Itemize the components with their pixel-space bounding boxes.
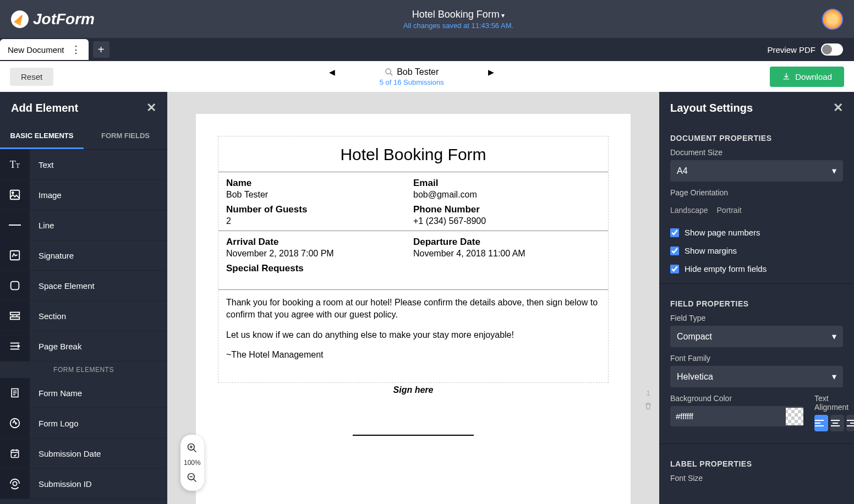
reset-button[interactable]: Reset — [10, 68, 53, 86]
signature-icon — [0, 240, 30, 270]
svg-point-3 — [12, 192, 14, 194]
show-page-numbers-checkbox[interactable] — [670, 228, 679, 237]
svg-rect-6 — [11, 282, 19, 290]
download-button[interactable]: Download — [770, 67, 844, 87]
font-family-select[interactable]: Helvetica▾ — [670, 366, 843, 387]
doc-title: Hotel Booking Form — [218, 143, 608, 172]
orientation-label: Page Orientation — [659, 188, 854, 200]
field-arrival-label: Arrival Date — [226, 237, 413, 249]
preview-pdf-label: Preview PDF — [767, 45, 815, 54]
title-area: Hotel Booking Form All changes saved at … — [403, 9, 513, 30]
section-icon — [0, 301, 30, 331]
align-right-button[interactable] — [846, 415, 855, 431]
element-image[interactable]: Image — [0, 180, 167, 210]
field-email-label: Email — [413, 178, 600, 190]
tab-menu-icon[interactable]: ⋮ — [71, 45, 81, 54]
search-icon — [385, 68, 393, 76]
element-section[interactable]: Section — [0, 301, 167, 331]
field-type-label: Field Type — [659, 314, 854, 326]
signature-line — [353, 435, 474, 436]
form-logo-icon — [0, 408, 30, 438]
message-p2: Let us know if we can do anything else t… — [226, 329, 600, 341]
svg-rect-7 — [10, 313, 20, 315]
bg-color-label: Background Color — [670, 394, 803, 406]
bg-color-swatch[interactable] — [786, 408, 803, 425]
next-submission-button[interactable]: ▶ — [488, 68, 494, 76]
delete-page-button[interactable] — [644, 402, 653, 410]
orientation-portrait[interactable]: Portrait — [717, 206, 742, 215]
element-text[interactable]: TTText — [0, 150, 167, 180]
field-props-header: FIELD PROPERTIES — [659, 289, 854, 314]
avatar[interactable] — [822, 9, 843, 30]
element-submission-id[interactable]: Submission ID — [0, 469, 167, 499]
image-icon — [0, 180, 30, 210]
chevron-down-icon: ▾ — [832, 371, 836, 382]
field-departure-value: November 4, 2018 11:00 AM — [413, 249, 600, 263]
tab-bar: New Document ⋮ + Preview PDF — [0, 38, 854, 61]
doc-size-select[interactable]: A4▾ — [670, 160, 843, 182]
element-submission-date[interactable]: Submission Date — [0, 439, 167, 469]
zoom-in-button[interactable] — [184, 440, 200, 456]
message-p1: Thank you for booking a room at our hote… — [226, 297, 600, 321]
svg-rect-8 — [10, 317, 20, 320]
show-margins-checkbox[interactable] — [670, 246, 679, 255]
right-panel-title: Layout Settings — [670, 102, 753, 114]
element-line[interactable]: Line — [0, 210, 167, 240]
submission-id-icon — [0, 469, 30, 498]
left-panel-title: Add Element — [11, 102, 78, 114]
left-panel: Add Element ✕ BASIC ELEMENTS FORM FIELDS… — [0, 92, 167, 504]
font-size-label: Font Size — [659, 474, 854, 486]
svg-line-23 — [194, 450, 196, 452]
element-space[interactable]: Space Element — [0, 271, 167, 301]
download-label: Download — [795, 72, 832, 81]
field-phone-label: Phone Number — [413, 204, 600, 216]
tab-basic-elements[interactable]: BASIC ELEMENTS — [0, 124, 84, 149]
field-arrival-value: November 2, 2018 7:00 PM — [226, 249, 413, 263]
line-icon — [0, 210, 30, 240]
add-tab-button[interactable]: + — [93, 41, 110, 58]
element-signature[interactable]: Signature — [0, 240, 167, 271]
save-status: All changes saved at 11:43:56 AM. — [403, 21, 513, 30]
svg-line-27 — [194, 479, 196, 482]
prev-submission-button[interactable]: ◀ — [329, 68, 335, 76]
right-panel: Layout Settings ✕ DOCUMENT PROPERTIES Do… — [659, 92, 854, 504]
zoom-out-button[interactable] — [184, 470, 200, 485]
field-type-select[interactable]: Compact▾ — [670, 326, 843, 347]
element-form-name[interactable]: Form Name — [0, 378, 167, 408]
message-p3: ~The Hotel Management — [226, 349, 600, 361]
document-page[interactable]: Hotel Booking Form Name Bob Tester Numbe… — [196, 114, 631, 504]
field-name-label: Name — [226, 178, 413, 190]
label-props-header: LABEL PROPERTIES — [659, 450, 854, 474]
logo[interactable]: JotForm — [11, 10, 95, 28]
page-break-icon — [0, 331, 30, 361]
submission-date-icon — [0, 439, 30, 468]
document-tab[interactable]: New Document ⋮ — [0, 39, 89, 60]
orientation-landscape[interactable]: Landscape — [670, 206, 708, 215]
field-departure-label: Departure Date — [413, 237, 600, 249]
toolbar: Reset ◀ Bob Tester ▶ 5 of 16 Submissions… — [0, 61, 854, 92]
tester-name: Bob Tester — [397, 67, 439, 77]
text-icon: TT — [0, 150, 30, 179]
submission-selector[interactable]: Bob Tester — [385, 67, 439, 77]
form-name-icon — [0, 378, 30, 408]
doc-props-header: DOCUMENT PROPERTIES — [659, 124, 854, 148]
preview-pdf-toggle[interactable] — [821, 43, 843, 56]
close-left-panel-button[interactable]: ✕ — [146, 101, 156, 115]
page-number: 1 — [644, 389, 653, 397]
form-title-dropdown[interactable]: Hotel Booking Form — [412, 9, 505, 20]
element-form-logo[interactable]: Form Logo — [0, 408, 167, 439]
element-page-break[interactable]: Page Break — [0, 331, 167, 361]
field-guests-label: Number of Guests — [226, 204, 413, 216]
align-left-button[interactable] — [814, 415, 828, 431]
tab-form-fields[interactable]: FORM FIELDS — [84, 124, 167, 149]
page-indicator: 1 — [644, 389, 653, 410]
align-center-button[interactable] — [830, 415, 844, 431]
doc-size-label: Document Size — [659, 148, 854, 160]
field-email-value: bob@gmail.com — [413, 190, 600, 204]
canvas-area[interactable]: Hotel Booking Form Name Bob Tester Numbe… — [167, 92, 659, 504]
bg-color-input[interactable] — [670, 406, 786, 426]
zoom-level: 100% — [184, 459, 201, 467]
field-name-value: Bob Tester — [226, 190, 413, 204]
hide-empty-fields-checkbox[interactable] — [670, 265, 679, 273]
close-right-panel-button[interactable]: ✕ — [833, 101, 843, 115]
